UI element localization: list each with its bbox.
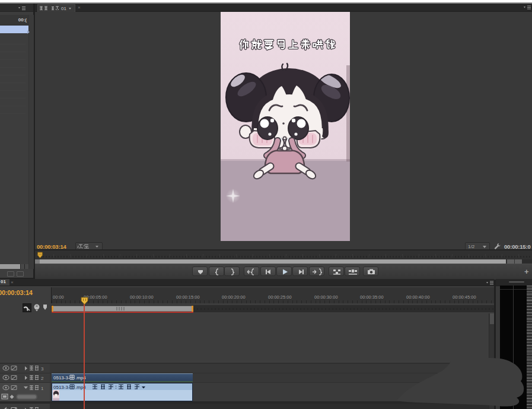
svg-text:0513-3-: 0513-3-: [53, 385, 70, 390]
svg-text:2: 2: [41, 376, 44, 381]
svg-text:1: 1: [41, 386, 44, 391]
svg-text:01: 01: [61, 6, 66, 11]
svg-text:3: 3: [41, 366, 44, 372]
svg-text:0513-3-: 0513-3-: [53, 375, 70, 381]
